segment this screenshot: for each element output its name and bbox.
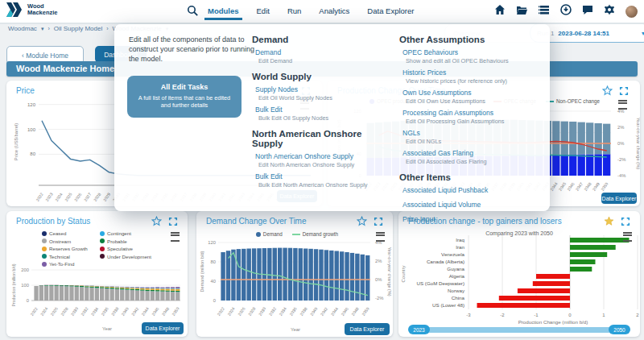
svg-text:2030: 2030: [258, 306, 267, 317]
legend-item[interactable]: Reserves Growth: [42, 246, 88, 251]
chevron-down-icon[interactable]: ▾: [41, 26, 44, 32]
user-avatar[interactable]: [625, 6, 638, 18]
legend-marker: [256, 232, 261, 237]
edit-panel-link[interactable]: Own Use Assumptions: [402, 89, 544, 97]
favorite-star-icon-filled[interactable]: [604, 215, 614, 230]
edit-panel-item[interactable]: Supply NodesEdit Oil World Supply Nodes: [252, 85, 390, 102]
nav-item-data-explorer[interactable]: Data Explorer: [367, 2, 414, 20]
legend-marker: [100, 231, 105, 236]
production-by-status-title: Production by Status: [16, 217, 90, 226]
chart-menu-icon[interactable]: [376, 232, 385, 242]
data-explorer-button[interactable]: Data Explorer: [345, 323, 390, 335]
data-explorer-button[interactable]: Data Explorer: [142, 322, 184, 334]
edit-panel-item[interactable]: Associated Liquid Pushback: [399, 186, 544, 194]
chart-menu-icon[interactable]: [171, 232, 180, 242]
slider-start-handle[interactable]: 2023: [408, 325, 430, 334]
svg-text:2028: 2028: [93, 192, 102, 202]
edit-panel-item[interactable]: Bulk EditBulk Edit North American Onshor…: [252, 172, 390, 189]
breadcrumb-woodmac[interactable]: Woodmac: [8, 25, 37, 32]
svg-text:2030: 2030: [70, 306, 80, 317]
breadcrumb-module[interactable]: Oil Supply Model: [54, 25, 102, 32]
download-icon[interactable]: [560, 4, 572, 19]
data-explorer-button[interactable]: Data Explorer: [601, 193, 637, 204]
legend-item[interactable]: Probable: [100, 238, 151, 244]
legend-item[interactable]: Ceased: [42, 230, 88, 236]
slider-end-handle[interactable]: 2050: [609, 325, 630, 334]
edit-panel-item[interactable]: Bulk EditBulk Edit Oil Supply Nodes: [252, 106, 390, 122]
edit-panel-link[interactable]: Historic Prices: [402, 68, 544, 77]
legend-label: Technical: [49, 254, 70, 259]
expand-icon[interactable]: [619, 85, 629, 99]
edit-panel-sublabel: Edit Oil Processing Gain Assumptions: [406, 118, 544, 125]
legend-item[interactable]: Demand: [256, 231, 283, 237]
legend-item[interactable]: Technical: [42, 254, 88, 259]
edit-panel-item[interactable]: Associated Gas FlaringEdit Oil Associate…: [399, 149, 544, 165]
edit-panel-sublabel: Edit Oil Associated Gas Flaring: [406, 158, 544, 165]
legend-item[interactable]: Yet-To-Find: [42, 261, 88, 267]
all-edit-tasks-button[interactable]: All Edit Tasks A full list of items that…: [127, 76, 242, 118]
svg-text:US (GoM Deepwater): US (GoM Deepwater): [417, 280, 465, 286]
nav-item-analytics[interactable]: Analytics: [319, 2, 349, 20]
year-range-slider[interactable]: [410, 327, 629, 333]
svg-text:2040: 2040: [120, 306, 130, 317]
legend-item[interactable]: Demand growth: [292, 231, 338, 237]
edit-panel-item[interactable]: Processing Gain AssumptionsEdit Oil Proc…: [399, 109, 544, 125]
edit-panel-item[interactable]: Price Input: [399, 215, 544, 223]
edit-panel-item[interactable]: DemandEdit Demand: [252, 48, 390, 64]
legend-item[interactable]: Speculative: [100, 246, 151, 251]
nav-item-edit[interactable]: Edit: [257, 2, 270, 20]
edit-panel-link[interactable]: Associated Liquid Pushback: [402, 186, 544, 194]
edit-panel-item[interactable]: OPEC BehavioursShow and edit all Oil OPE…: [399, 48, 544, 64]
legend-item[interactable]: Under Development: [100, 254, 151, 259]
edit-panel-sublabel: Edit Oil NGLs: [406, 138, 544, 145]
edit-panel-item[interactable]: Associated Liquid Volume: [399, 201, 544, 209]
edit-panel-link[interactable]: Supply Nodes: [255, 85, 390, 93]
folder-icon[interactable]: [516, 4, 528, 19]
edit-panel-link[interactable]: Associated Liquid Volume: [402, 201, 544, 209]
svg-text:2026: 2026: [50, 306, 60, 317]
svg-text:Guyana: Guyana: [447, 266, 464, 272]
edit-panel-link[interactable]: Bulk Edit: [255, 172, 390, 180]
edit-panel-link[interactable]: NGLs: [402, 129, 544, 137]
expand-icon[interactable]: [168, 215, 178, 230]
favorite-star-icon[interactable]: [151, 215, 162, 230]
svg-text:2038: 2038: [110, 306, 120, 317]
svg-text:2044: 2044: [140, 306, 150, 317]
edit-panel-link[interactable]: Bulk Edit: [255, 106, 390, 114]
chat-icon[interactable]: [582, 4, 593, 19]
nav-item-run[interactable]: Run: [287, 2, 301, 20]
edit-panel-item[interactable]: Historic PricesView historic prices (for…: [399, 68, 544, 85]
legend-item[interactable]: Non-OPEC change: [546, 98, 600, 104]
legend-item[interactable]: Onstream: [42, 238, 88, 244]
expand-icon[interactable]: [621, 215, 630, 230]
brand-logo[interactable]: Wood Mackenzie: [6, 2, 58, 17]
svg-text:Iraq: Iraq: [456, 237, 464, 243]
edit-panel-link[interactable]: North American Onshore Supply: [255, 152, 390, 160]
legend-label: Contingent: [107, 230, 131, 236]
edit-panel-column-other: Other AssumptionsOPEC BehavioursShow and…: [399, 27, 544, 230]
home-icon[interactable]: [494, 4, 506, 19]
edit-panel-item[interactable]: NGLsEdit Oil NGLs: [399, 129, 544, 145]
edit-panel-link[interactable]: Associated Gas Flaring: [402, 149, 544, 157]
svg-text:2: 2: [636, 313, 639, 317]
favorite-star-icon[interactable]: [602, 85, 613, 99]
runs-stack-icon[interactable]: [539, 4, 550, 19]
favorite-star-icon[interactable]: [357, 215, 367, 230]
nav-item-modules[interactable]: Modules: [208, 2, 239, 20]
production-by-status-chart: 0100200Production (million b/d)202220242…: [6, 211, 188, 337]
edit-panel-link[interactable]: Demand: [255, 48, 390, 56]
svg-text:2029: 2029: [102, 192, 112, 202]
edit-panel-link[interactable]: Price Input: [402, 215, 544, 223]
search-icon[interactable]: [187, 5, 199, 20]
expand-icon[interactable]: [374, 215, 383, 230]
legend-item[interactable]: Contingent: [100, 230, 151, 236]
edit-panel-link[interactable]: Processing Gain Assumptions: [402, 109, 544, 117]
settings-gear-icon[interactable]: [604, 4, 615, 19]
edit-panel-link[interactable]: OPEC Behaviours: [402, 48, 544, 56]
edit-panel-item[interactable]: Own Use AssumptionsEdit Oil Own Use Assu…: [399, 89, 544, 105]
svg-text:100: 100: [27, 127, 36, 132]
svg-text:Production Change (million b/d: Production Change (million b/d): [518, 319, 588, 325]
edit-panel-item[interactable]: North American Onshore SupplyEdit North …: [252, 152, 390, 168]
chart-menu-icon[interactable]: [618, 100, 627, 110]
svg-text:2050: 2050: [361, 306, 370, 317]
